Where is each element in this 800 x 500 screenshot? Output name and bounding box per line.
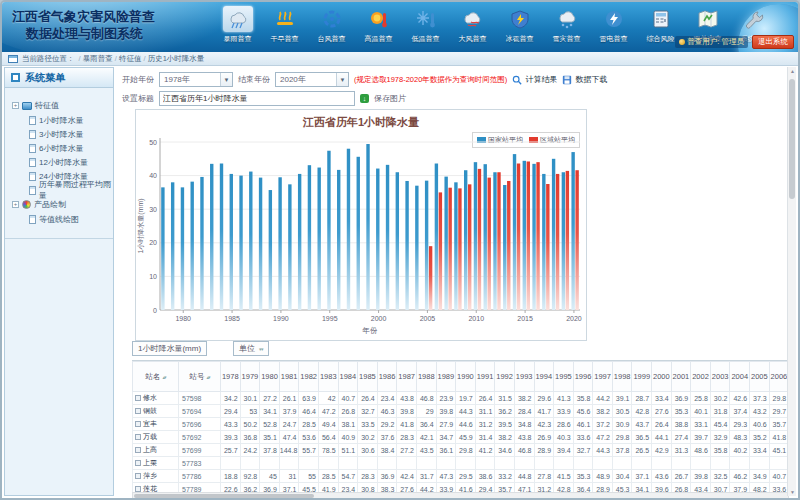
toolbar-item-lightning[interactable]: 雷电普查 xyxy=(590,3,637,51)
toolbar-item-hightemp[interactable]: 高温普查 xyxy=(355,3,402,51)
col-header-year[interactable]: 1992 xyxy=(495,362,515,392)
value-cell: 26.9 xyxy=(534,431,554,444)
col-header-year[interactable]: 2006 xyxy=(769,362,789,392)
value-cell: 42.1 xyxy=(416,431,436,444)
station-name-cell[interactable]: 万载 xyxy=(133,431,179,444)
tree-item-6小时降水量[interactable]: 6小时降水量 xyxy=(5,141,113,155)
toolbar-item-rainstorm[interactable]: 暴雨普查 xyxy=(214,3,261,51)
col-header-year[interactable]: 1980 xyxy=(260,362,280,392)
col-header-year[interactable]: 1986 xyxy=(377,362,397,392)
col-header-year[interactable]: 1979 xyxy=(240,362,260,392)
expand-row-icon[interactable] xyxy=(135,395,141,401)
scroll-down-icon[interactable]: ▼ xyxy=(788,489,797,495)
col-header-year[interactable]: 1982 xyxy=(299,362,319,392)
toolbar-item-wind[interactable]: 大风普查 xyxy=(449,3,496,51)
col-header-year[interactable]: 2001 xyxy=(671,362,691,392)
logout-button[interactable]: 退出系统 xyxy=(752,35,794,49)
menu-icon xyxy=(11,73,20,82)
col-header-year[interactable]: 1997 xyxy=(593,362,613,392)
station-name-cell[interactable]: 铜鼓 xyxy=(133,405,179,418)
tree-item-3小时降水量[interactable]: 3小时降水量 xyxy=(5,127,113,141)
col-header-station[interactable]: 站名 ▴▾ xyxy=(133,362,179,392)
col-header-year[interactable]: 1995 xyxy=(554,362,574,392)
col-header-year[interactable]: 1984 xyxy=(338,362,358,392)
col-header-year[interactable]: 2002 xyxy=(691,362,711,392)
end-year-select[interactable]: 2020年 ▼ xyxy=(275,72,349,87)
svg-text:10: 10 xyxy=(149,273,157,280)
col-header-year[interactable]: 1983 xyxy=(318,362,338,392)
tree-item-12小时降水量[interactable]: 12小时降水量 xyxy=(5,155,113,169)
tree-group-特征值[interactable]: +特征值 xyxy=(5,98,113,113)
expander-icon[interactable]: + xyxy=(12,102,19,109)
value-cell: 49.4 xyxy=(318,418,338,431)
col-header-year[interactable]: 1978 xyxy=(221,362,241,392)
col-header-year[interactable]: 1996 xyxy=(573,362,593,392)
col-header-year[interactable]: 1981 xyxy=(279,362,299,392)
col-header-year[interactable]: 1990 xyxy=(456,362,476,392)
hscroll-thumb[interactable] xyxy=(134,494,314,498)
value-cell xyxy=(240,457,260,470)
value-cell xyxy=(573,457,593,470)
table-row: 万载5769239.336.835.147.453.656.440.930.23… xyxy=(133,431,789,444)
col-header-year[interactable]: 1988 xyxy=(416,362,436,392)
chart-title-input[interactable] xyxy=(159,91,355,106)
station-name-cell[interactable]: 修水 xyxy=(133,392,179,405)
expand-row-icon[interactable] xyxy=(135,473,141,479)
start-year-select[interactable]: 1978年 ▼ xyxy=(159,72,233,87)
expand-row-icon[interactable] xyxy=(135,447,141,453)
unit-dropdown[interactable]: 单位 ▾ ▾ xyxy=(233,341,268,356)
save-image-button[interactable]: 保存图片 xyxy=(374,93,406,104)
end-year-value: 2020年 xyxy=(280,74,306,85)
vertical-scrollbar[interactable]: ▲ ▼ xyxy=(787,67,796,496)
toolbar-item-hail[interactable]: 冰雹普查 xyxy=(496,3,543,51)
breadcrumb-segment[interactable]: 历史1小时降水量 xyxy=(148,54,205,63)
value-cell xyxy=(416,457,436,470)
unit-button[interactable]: 1小时降水量(mm) xyxy=(132,341,207,356)
col-header-year[interactable]: 2005 xyxy=(750,362,770,392)
expand-row-icon[interactable] xyxy=(135,421,141,427)
page-icon xyxy=(29,172,36,181)
horizontal-scrollbar[interactable] xyxy=(132,492,789,500)
tree-item-等值线绘图[interactable]: 等值线绘图 xyxy=(5,212,113,226)
col-header-year[interactable]: 1999 xyxy=(632,362,652,392)
col-header-year[interactable]: 1998 xyxy=(612,362,632,392)
col-header-year[interactable]: 1985 xyxy=(358,362,378,392)
col-header-year[interactable]: 1989 xyxy=(436,362,456,392)
expand-row-icon[interactable] xyxy=(135,460,141,466)
toolbar-item-drought[interactable]: 干旱普查 xyxy=(261,3,308,51)
value-cell: 41.2 xyxy=(475,444,495,457)
value-cell: 144.8 xyxy=(279,444,299,457)
value-cell: 43.7 xyxy=(632,418,652,431)
col-header-year[interactable]: 2003 xyxy=(710,362,730,392)
breadcrumb-segment[interactable]: 特征值 xyxy=(119,54,142,63)
tree-item-1小时降水量[interactable]: 1小时降水量 xyxy=(5,113,113,127)
toolbar-item-typhoon[interactable]: 台风普查 xyxy=(308,3,355,51)
col-header-year[interactable]: 2004 xyxy=(730,362,750,392)
tree-item-历年暴雨过程平均雨量[interactable]: 历年暴雨过程平均雨量 xyxy=(5,183,113,197)
expand-row-icon[interactable] xyxy=(135,408,141,414)
scroll-up-icon[interactable]: ▲ xyxy=(788,68,797,74)
breadcrumb-segment[interactable]: 暴雨普查 xyxy=(83,54,113,63)
station-name-cell[interactable]: 萍乡 xyxy=(133,470,179,483)
station-name-cell[interactable]: 宜丰 xyxy=(133,418,179,431)
col-header-year[interactable]: 1994 xyxy=(534,362,554,392)
col-header-year[interactable]: 2000 xyxy=(652,362,672,392)
station-name-cell[interactable]: 上高 xyxy=(133,444,179,457)
toolbar-item-lowtemp[interactable]: 低温普查 xyxy=(402,3,449,51)
calculate-button[interactable]: 计算结果 xyxy=(512,74,557,85)
col-header-year[interactable]: 1991 xyxy=(475,362,495,392)
col-header-id[interactable]: 站号 ▴▾ xyxy=(179,362,221,392)
col-header-year[interactable]: 1993 xyxy=(514,362,534,392)
value-cell: 32.9 xyxy=(710,431,730,444)
vscroll-thumb[interactable] xyxy=(789,79,795,199)
toolbar-item-snow[interactable]: 雪灾普查 xyxy=(543,3,590,51)
toolbar-label: 大风普查 xyxy=(459,34,487,44)
col-header-year[interactable]: 1987 xyxy=(397,362,417,392)
download-button[interactable]: 数据下载 xyxy=(562,74,607,85)
value-cell: 32.7 xyxy=(358,405,378,418)
expander-icon[interactable]: + xyxy=(12,201,19,208)
station-name-cell[interactable]: 上栗 xyxy=(133,457,179,470)
value-cell: 38.4 xyxy=(377,444,397,457)
expand-row-icon[interactable] xyxy=(135,434,141,440)
value-cell: 33.5 xyxy=(358,418,378,431)
